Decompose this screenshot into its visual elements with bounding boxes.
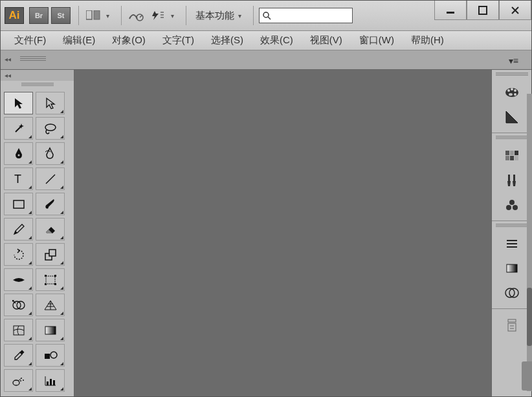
- svg-point-60: [509, 200, 515, 205]
- side-tab[interactable]: [522, 361, 532, 391]
- color-panel-icon[interactable]: [497, 81, 527, 103]
- menu-help[interactable]: 帮助(H): [403, 31, 452, 50]
- panel-grip[interactable]: [492, 136, 531, 142]
- titlebar: Ai Br St ▾ ▾ 基本功能 ▾: [1, 1, 531, 31]
- tool-free-transform[interactable]: [36, 268, 65, 291]
- svg-rect-44: [50, 379, 52, 385]
- control-menu-icon[interactable]: ▾≡: [509, 56, 518, 66]
- svg-line-8: [268, 17, 271, 19]
- menu-file[interactable]: 文件(F): [6, 31, 54, 50]
- right-scrollbar[interactable]: [527, 94, 532, 391]
- tool-pen[interactable]: [4, 142, 33, 165]
- svg-rect-10: [479, 6, 487, 14]
- control-grip[interactable]: [20, 56, 46, 63]
- bridge-button[interactable]: Br: [29, 7, 49, 24]
- svg-text:T: T: [14, 173, 21, 185]
- tools-collapse-icon[interactable]: ◂◂: [1, 70, 74, 81]
- tool-pencil[interactable]: [4, 218, 33, 241]
- control-bar: ◂◂ ▾≡: [1, 50, 531, 70]
- svg-point-38: [23, 380, 24, 381]
- svg-rect-32: [45, 327, 56, 334]
- menubar: 文件(F) 编辑(E) 对象(O) 文字(T) 选择(S) 效果(C) 视图(V…: [1, 31, 531, 50]
- tool-shape-builder[interactable]: [4, 294, 33, 316]
- tool-magic-wand[interactable]: [4, 117, 33, 140]
- svg-point-61: [506, 205, 511, 210]
- tool-selection[interactable]: [4, 92, 33, 114]
- tool-column-graph[interactable]: [36, 369, 65, 392]
- close-button[interactable]: [499, 1, 531, 20]
- appearance-panel-icon[interactable]: [497, 314, 527, 336]
- arrange-dropdown-icon[interactable]: ▾: [106, 12, 109, 19]
- menu-object[interactable]: 对象(O): [104, 31, 154, 50]
- tool-scale[interactable]: [36, 243, 65, 266]
- menu-view[interactable]: 视图(V): [302, 31, 351, 50]
- svg-point-48: [511, 88, 513, 91]
- tool-line-segment[interactable]: [36, 167, 65, 190]
- svg-point-37: [21, 378, 22, 379]
- svg-point-50: [514, 93, 516, 96]
- tool-paintbrush[interactable]: [36, 193, 65, 215]
- svg-rect-23: [54, 275, 56, 277]
- color-guide-panel-icon[interactable]: [497, 105, 527, 128]
- svg-point-35: [50, 352, 57, 358]
- tool-perspective-grid[interactable]: [36, 294, 65, 316]
- svg-rect-22: [45, 275, 47, 277]
- svg-rect-24: [45, 283, 47, 285]
- stroke-panel-icon[interactable]: [497, 232, 527, 255]
- minimize-button[interactable]: [434, 1, 467, 20]
- tool-gradient[interactable]: [36, 319, 65, 341]
- right-panel-dock: [491, 70, 531, 397]
- separator: [78, 6, 79, 25]
- canvas[interactable]: [74, 70, 491, 397]
- menu-select[interactable]: 选择(S): [203, 31, 252, 50]
- menu-window[interactable]: 窗口(W): [351, 31, 403, 50]
- scrollbar-thumb[interactable]: [527, 288, 532, 346]
- prefs-dropdown-icon[interactable]: ▾: [171, 12, 174, 19]
- symbols-panel-icon[interactable]: [497, 193, 527, 216]
- svg-rect-31: [14, 326, 24, 335]
- tool-type[interactable]: T: [4, 167, 33, 190]
- svg-rect-54: [515, 151, 518, 155]
- brushes-panel-icon[interactable]: [497, 169, 527, 191]
- tool-lasso[interactable]: [36, 117, 65, 140]
- maximize-button[interactable]: [467, 1, 499, 20]
- svg-rect-1: [94, 10, 100, 19]
- tool-symbol-sprayer[interactable]: [4, 369, 33, 392]
- collapse-control-icon[interactable]: ◂◂: [5, 56, 11, 63]
- stock-button[interactable]: St: [51, 7, 71, 24]
- menu-type[interactable]: 文字(T): [154, 31, 203, 50]
- svg-rect-52: [505, 151, 509, 155]
- menu-effect[interactable]: 效果(C): [252, 31, 302, 50]
- tool-width[interactable]: [4, 268, 33, 291]
- search-input[interactable]: [259, 8, 353, 23]
- transparency-panel-icon[interactable]: [497, 281, 527, 304]
- svg-rect-18: [14, 200, 24, 208]
- tool-blend[interactable]: [36, 344, 65, 367]
- gradient-panel-icon[interactable]: [497, 257, 527, 279]
- tools-grip[interactable]: [1, 81, 74, 89]
- preferences-icon[interactable]: [149, 8, 167, 23]
- tool-curvature[interactable]: [36, 142, 65, 165]
- swatches-panel-icon[interactable]: [497, 144, 527, 167]
- separator: [121, 6, 122, 25]
- arrange-documents-icon[interactable]: [84, 8, 102, 23]
- separator: [253, 6, 254, 25]
- app-logo: Ai: [5, 7, 24, 24]
- workspace-switcher[interactable]: 基本功能: [195, 10, 234, 22]
- svg-rect-66: [507, 264, 517, 272]
- svg-rect-0: [86, 10, 92, 19]
- separator: [186, 6, 186, 25]
- workspace-dropdown-icon[interactable]: ▾: [238, 12, 241, 19]
- gpu-preview-icon[interactable]: [127, 8, 145, 23]
- tool-eraser[interactable]: [36, 218, 65, 241]
- menu-edit[interactable]: 编辑(E): [54, 31, 104, 50]
- tool-mesh[interactable]: [4, 319, 33, 341]
- tool-rotate[interactable]: [4, 243, 33, 266]
- svg-rect-21: [46, 276, 55, 284]
- tool-direct-selection[interactable]: [36, 92, 65, 114]
- tool-rectangle[interactable]: [4, 193, 33, 215]
- panel-grip[interactable]: [492, 224, 531, 230]
- svg-point-62: [513, 205, 518, 210]
- panel-grip[interactable]: [492, 72, 531, 79]
- tool-eyedropper[interactable]: [4, 344, 33, 367]
